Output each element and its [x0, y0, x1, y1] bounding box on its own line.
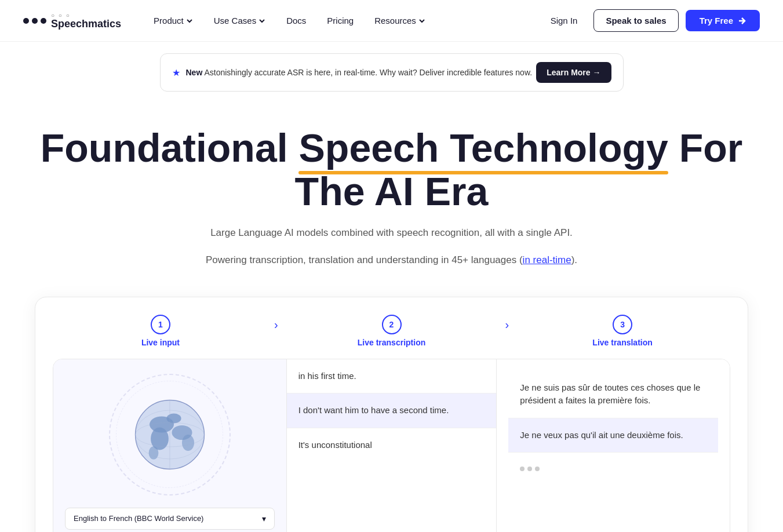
live-translation-panel: Je ne suis pas sûr de toutes ces choses …: [497, 359, 730, 532]
nav-use-cases[interactable]: Use Cases: [205, 11, 275, 30]
try-free-button[interactable]: Try Free: [686, 10, 760, 31]
step-3-number: 3: [613, 315, 632, 334]
learn-more-button[interactable]: Learn More →: [536, 62, 611, 83]
hero-subtitle-line2: Powering transcription, translation and …: [23, 252, 760, 268]
logo-text: Speechmatics: [51, 19, 121, 29]
typing-dot-2: [527, 467, 532, 471]
announcement-banner: ★ New Astonishingly accurate ASR is here…: [160, 53, 624, 92]
live-transcription-panel: in his first time. I don't want him to h…: [286, 359, 497, 532]
nav-product[interactable]: Product: [144, 11, 202, 30]
hero-highlight: Speech Technology: [298, 126, 668, 170]
transcription-row-3: It's unconstitutional: [287, 428, 497, 462]
star-icon: ★: [172, 67, 180, 78]
logo-dot-2: [32, 18, 38, 24]
step-arrow-2: ›: [499, 318, 515, 331]
live-input-panel: English to French (BBC World Service) ▾ …: [53, 359, 286, 532]
nav-links: Product Use Cases Docs Pricing Resources: [144, 11, 541, 30]
nav-resources[interactable]: Resources: [365, 11, 435, 30]
transcription-row-2: I don't want him to have a second time.: [287, 393, 497, 428]
hero-title: Foundational Speech Technology For The A…: [23, 126, 760, 213]
step-3-label: Live translation: [592, 338, 652, 347]
demo-card: 1 Live input › 2 Live transcription › 3 …: [35, 297, 748, 532]
translation-row-3: [508, 453, 718, 485]
globe-container: [106, 371, 234, 498]
nav-pricing[interactable]: Pricing: [318, 11, 363, 30]
logo-dots: [23, 18, 46, 24]
translation-row-2: Je ne veux pas qu'il ait une deuxième fo…: [508, 418, 718, 453]
step-1: 1 Live input: [53, 315, 268, 347]
realtime-link[interactable]: in real-time: [523, 254, 571, 265]
transcription-row-1: in his first time.: [287, 359, 497, 394]
sign-in-button[interactable]: Sign In: [541, 11, 587, 30]
announcement-content: ★ New Astonishingly accurate ASR is here…: [172, 67, 533, 78]
hero-section: Foundational Speech Technology For The A…: [0, 103, 783, 279]
language-dropdown[interactable]: English to French (BBC World Service) ▾: [65, 508, 275, 530]
logo-dot-1: [23, 18, 29, 24]
nav-docs[interactable]: Docs: [277, 11, 315, 30]
control-bar: English to French (BBC World Service) ▾: [65, 508, 275, 530]
nav-actions: Sign In Speak to sales Try Free: [541, 9, 760, 32]
step-1-number: 1: [151, 315, 170, 334]
translation-row-1: Je ne suis pas sûr de toutes ces choses …: [508, 371, 718, 418]
step-2-number: 2: [382, 315, 402, 334]
step-1-label: Live input: [141, 338, 180, 347]
announcement-text: New Astonishingly accurate ASR is here, …: [186, 68, 533, 77]
chevron-down-icon: ▾: [262, 514, 266, 523]
logo[interactable]: ○ ○ ○ Speechmatics: [23, 13, 121, 29]
hero-subtitle-line1: Large Language AI models combined with s…: [23, 225, 760, 241]
globe-ring-inner: [116, 381, 223, 488]
demo-panels: English to French (BBC World Service) ▾ …: [53, 359, 730, 532]
step-arrow-1: ›: [268, 318, 284, 331]
step-2-label: Live transcription: [358, 338, 425, 347]
logo-dot-3: [41, 18, 46, 24]
step-2: 2 Live transcription: [284, 315, 500, 347]
speak-to-sales-button[interactable]: Speak to sales: [593, 9, 678, 32]
steps-row: 1 Live input › 2 Live transcription › 3 …: [53, 315, 730, 347]
step-3: 3 Live translation: [515, 315, 730, 347]
navigation: ○ ○ ○ Speechmatics Product Use Cases Doc…: [0, 0, 783, 42]
typing-dot-3: [535, 467, 540, 471]
typing-indicator: [520, 463, 706, 475]
typing-dot-1: [520, 467, 525, 471]
